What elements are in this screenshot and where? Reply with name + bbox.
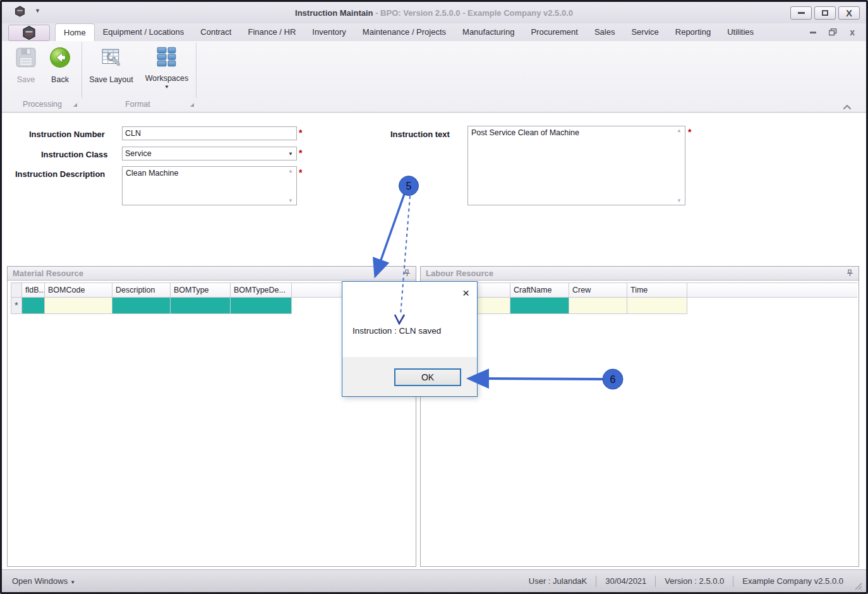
material-cell-bomcode[interactable]	[45, 298, 112, 314]
material-panel-title: Material Resource	[13, 269, 404, 278]
application-menu-button[interactable]	[8, 25, 50, 41]
dialog-footer: OK	[342, 357, 477, 396]
quick-access-caret-icon[interactable]: ▼	[35, 8, 40, 14]
tab-equipment-locations[interactable]: Equipment / Locations	[95, 23, 193, 41]
resize-grip[interactable]	[853, 581, 862, 590]
close-button[interactable]: X	[838, 6, 860, 20]
tab-procurement[interactable]: Procurement	[522, 23, 586, 41]
tab-home[interactable]: Home	[55, 23, 95, 41]
tab-sales[interactable]: Sales	[586, 23, 624, 41]
labour-cell-crew[interactable]	[569, 298, 627, 314]
material-cell-fldb[interactable]	[22, 298, 45, 314]
save-button[interactable]: Save	[8, 46, 44, 84]
tab-maintenance-projects[interactable]: Maintenance / Projects	[354, 23, 454, 41]
material-cell-bomtype[interactable]	[171, 298, 231, 314]
app-window: ▼ Instruction Maintain - BPO: Version 2.…	[0, 0, 868, 594]
labour-panel-header: Labour Resource	[421, 267, 859, 281]
combo-dropdown-icon: ▼	[285, 151, 296, 157]
window-title: Instruction Maintain - BPO: Version 2.5.…	[2, 8, 866, 18]
material-col-bomcode[interactable]: BOMCode	[45, 282, 112, 298]
tab-contract[interactable]: Contract	[192, 23, 239, 41]
dialog-close-icon[interactable]: ×	[462, 287, 469, 299]
labour-col-filler	[687, 282, 857, 298]
open-windows-button[interactable]: Open Windows▼	[12, 576, 75, 586]
ribbon-tabs: Home Equipment / Locations Contract Fina…	[55, 23, 762, 41]
workspaces-icon	[155, 46, 178, 68]
labour-resource-panel: Labour Resource CraftName Crew Time	[420, 266, 859, 567]
instruction-number-label: Instruction Number	[29, 130, 105, 139]
maximize-button[interactable]	[814, 6, 836, 20]
mdi-minimize-button[interactable]	[810, 32, 816, 33]
ribbon-separator	[196, 42, 196, 98]
instruction-class-select[interactable]: Service ▼	[122, 147, 297, 161]
tab-service[interactable]: Service	[623, 23, 666, 41]
app-icon	[15, 6, 25, 20]
processing-dialog-launcher[interactable]	[73, 99, 78, 110]
workspaces-button[interactable]: Workspaces ▼	[143, 46, 190, 90]
labour-col-crew[interactable]: Crew	[569, 282, 627, 298]
instruction-description-textarea[interactable]: Clean Machine ▲▼	[122, 166, 297, 205]
mdi-restore-button[interactable]	[829, 28, 837, 36]
status-bar: Open Windows▼ User : JulandaK 30/04/2021…	[2, 569, 866, 592]
pin-icon[interactable]	[404, 268, 411, 279]
back-button[interactable]: Back	[42, 46, 78, 84]
format-dialog-launcher[interactable]	[190, 99, 195, 110]
instruction-number-input[interactable]	[122, 126, 297, 140]
scroll-up-icon: ▲	[677, 128, 682, 133]
workspaces-dropdown-caret: ▼	[143, 84, 190, 90]
textarea-scrollbar[interactable]: ▲▼	[286, 168, 295, 203]
labour-panel-title: Labour Resource	[426, 269, 847, 278]
material-col-fldb[interactable]: fldB...	[22, 282, 45, 298]
required-marker: *	[688, 127, 691, 137]
instruction-text-textarea[interactable]: Post Service Clean of Machine ▲▼	[467, 126, 685, 205]
ribbon-collapse-button[interactable]	[842, 102, 852, 113]
ribbon-group-row: Processing Format	[2, 99, 866, 112]
scroll-up-icon: ▲	[288, 168, 293, 174]
material-col-description[interactable]: Description	[112, 282, 171, 298]
dialog-message: Instruction : CLN saved	[353, 326, 441, 336]
group-format-label: Format	[84, 99, 191, 111]
labour-cell-time[interactable]	[627, 298, 687, 314]
material-col-bomtypede[interactable]: BOMTypeDe...	[231, 282, 292, 298]
ribbon-tab-row: Home Equipment / Locations Contract Fina…	[2, 23, 866, 41]
scroll-down-icon: ▼	[288, 198, 293, 203]
minimize-button[interactable]	[790, 6, 812, 20]
status-company: Example Company v2.5.0.0	[733, 576, 852, 586]
ribbon-separator	[81, 42, 82, 98]
tab-reporting[interactable]: Reporting	[667, 23, 719, 41]
new-row-indicator: *	[11, 298, 22, 314]
save-layout-button[interactable]: Save Layout	[88, 46, 135, 84]
status-version: Version : 2.5.0.0	[656, 576, 733, 586]
title-bar: ▼ Instruction Maintain - BPO: Version 2.…	[2, 2, 866, 23]
save-floppy-icon	[15, 46, 37, 69]
material-cell-bomtypede[interactable]	[231, 298, 292, 314]
ok-button[interactable]: OK	[394, 368, 461, 386]
required-marker: *	[299, 148, 302, 158]
scroll-down-icon: ▼	[677, 198, 682, 203]
material-grid-corner[interactable]	[11, 282, 22, 298]
labour-col-craftname[interactable]: CraftName	[510, 282, 569, 298]
tab-finance-hr[interactable]: Finance / HR	[239, 23, 304, 41]
save-confirmation-dialog: × Instruction : CLN saved OK	[342, 281, 478, 397]
app-logo-icon	[22, 26, 36, 40]
tab-utilities[interactable]: Utilities	[719, 23, 762, 41]
labour-cell-craftname[interactable]	[510, 298, 569, 314]
tab-manufacturing[interactable]: Manufacturing	[454, 23, 522, 41]
instruction-class-label: Instruction Class	[41, 150, 107, 159]
status-user: User : JulandaK	[520, 576, 596, 586]
pin-icon[interactable]	[847, 268, 853, 279]
tab-inventory[interactable]: Inventory	[304, 23, 354, 41]
labour-new-row	[424, 298, 857, 314]
mdi-close-button[interactable]: x	[850, 27, 855, 37]
open-windows-caret-icon: ▼	[70, 579, 75, 585]
material-col-bomtype[interactable]: BOMType	[171, 282, 231, 298]
maximize-icon	[822, 10, 828, 16]
material-cell-description[interactable]	[112, 298, 171, 314]
instruction-description-label: Instruction Description	[15, 169, 105, 179]
textarea-scrollbar[interactable]: ▲▼	[675, 128, 684, 203]
labour-grid: CraftName Crew Time	[424, 282, 857, 314]
instruction-text-label: Instruction text	[390, 130, 450, 139]
save-layout-icon	[100, 46, 123, 69]
required-marker: *	[299, 167, 302, 178]
labour-col-time[interactable]: Time	[627, 282, 687, 298]
